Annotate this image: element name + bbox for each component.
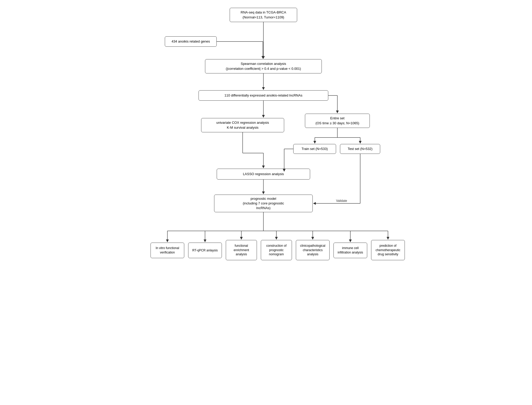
rtqpcr-box: RT-qPCR anlaysis (188, 243, 222, 258)
nomogram-box: construction ofprognosticnomogram (261, 240, 292, 260)
spearman-box: Spearman correlation analysis(|correlati… (205, 59, 322, 73)
vitro-box: In vitro functionalverification (151, 243, 184, 258)
lasso-box: LASSO regression analysis (217, 169, 310, 180)
functional-box: functionalenrichmentanalysis (226, 240, 257, 260)
prognostic-box: prognostic model(including 7 core progno… (214, 195, 313, 212)
chemo-box: prediction ofchemotherapeuticdrug sensit… (371, 240, 405, 260)
cox-box: univariate COX regression analysisK-M su… (201, 118, 284, 132)
train-set-box: Train set (N=533) (293, 144, 336, 154)
lncrnas-box: 110 differentially expressed anoikis-rel… (199, 90, 328, 101)
tcga-box: RNA-seq data in TCGA-BRCA(Normal=113, Tu… (230, 8, 297, 22)
anoikis-genes-box: 434 anoikis related genes (165, 36, 217, 47)
entire-set-box: Entire set(OS time ≥ 30 days; N=1065) (305, 114, 370, 128)
clinico-box: clinicopathologicalcharacteristicsanalys… (296, 240, 330, 260)
immune-box: immune cellinfiltration analysis (333, 243, 367, 258)
test-set-box: Test set (N=532) (340, 144, 380, 154)
svg-text:Validate: Validate (336, 199, 347, 203)
arrows-svg: Validate (149, 5, 383, 317)
flowchart: RNA-seq data in TCGA-BRCA(Normal=113, Tu… (149, 5, 383, 317)
